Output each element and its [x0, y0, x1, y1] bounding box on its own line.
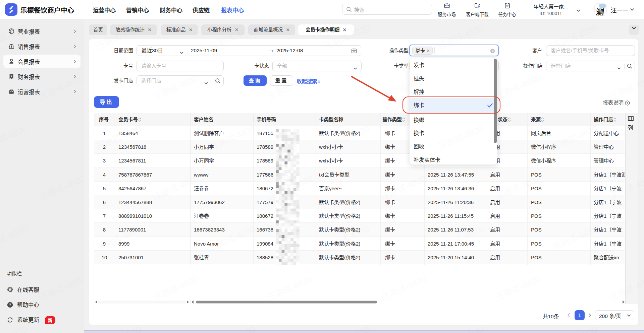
svg-text:?: ?: [627, 102, 629, 105]
svg-text:?: ?: [9, 303, 11, 307]
